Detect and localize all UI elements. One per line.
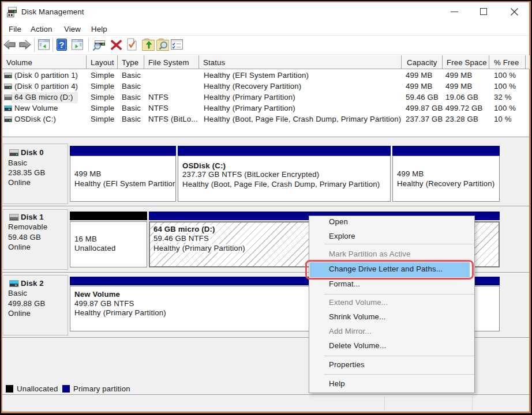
svg-text:?: ? <box>59 40 64 50</box>
